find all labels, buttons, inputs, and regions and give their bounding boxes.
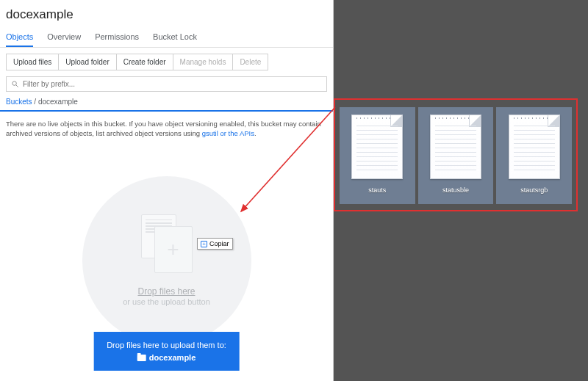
upload-files-button[interactable]: Upload files [6, 54, 59, 70]
empty-text-pre: There are no live objects in this bucket… [6, 120, 321, 137]
file-name: stautsrgb [520, 186, 548, 194]
breadcrumb-current: docexample [38, 98, 78, 106]
filter-box[interactable] [6, 76, 327, 92]
page-title: docexample [0, 0, 333, 25]
breadcrumb-root[interactable]: Buckets [6, 98, 32, 106]
storage-panel: docexample Objects Overview Permissions … [0, 0, 334, 381]
file-icon [509, 115, 560, 179]
file-name: statusble [442, 186, 469, 194]
tab-permissions[interactable]: Permissions [95, 28, 139, 47]
drop-sub: or use the upload button [123, 297, 210, 306]
desktop-file[interactable]: stautsrgb [496, 107, 572, 204]
empty-text-post: . [254, 129, 257, 137]
desktop-file[interactable]: stauts [340, 107, 415, 204]
manage-holds-button[interactable]: Manage holds [173, 54, 234, 70]
filter-input[interactable] [23, 80, 322, 88]
drop-circle: + Drop files here or use the upload butt… [82, 176, 251, 345]
copy-cursor-tooltip: + Copiar [197, 238, 233, 250]
search-icon [11, 80, 19, 88]
desktop-selection: stauts statusble stautsrgb [334, 98, 578, 211]
drop-text: Drop files here or use the upload button [123, 286, 210, 307]
create-folder-button[interactable]: Create folder [116, 54, 173, 70]
copy-cursor-label: Copiar [209, 240, 229, 247]
tab-objects[interactable]: Objects [6, 28, 33, 47]
folder-icon [137, 355, 146, 361]
svg-line-1 [16, 85, 18, 87]
delete-button[interactable]: Delete [232, 54, 268, 70]
filter-row [0, 76, 333, 98]
file-icon [351, 115, 403, 179]
breadcrumb-sep: / [32, 98, 38, 106]
tabs: Objects Overview Permissions Bucket Lock [0, 25, 333, 48]
empty-link[interactable]: gsutil or the APIs [202, 129, 254, 137]
desktop-file[interactable]: statusble [418, 107, 494, 204]
file-name: stauts [368, 186, 386, 194]
tab-overview[interactable]: Overview [47, 28, 81, 47]
breadcrumb: Buckets / docexample [0, 98, 333, 110]
drop-title[interactable]: Drop files here [137, 286, 195, 297]
svg-point-0 [12, 81, 17, 86]
upload-banner: Drop files here to upload them to: docex… [93, 332, 240, 371]
upload-folder-button[interactable]: Upload folder [58, 54, 116, 70]
banner-bucket: docexample [149, 353, 196, 362]
plus-icon: + [201, 241, 207, 247]
file-icon [430, 115, 481, 179]
toolbar: Upload files Upload folder Create folder… [0, 48, 333, 76]
banner-line1: Drop files here to upload them to: [107, 341, 226, 349]
empty-message: There are no live objects in this bucket… [0, 112, 333, 143]
desktop-area: stauts statusble stautsrgb [334, 0, 588, 381]
tab-bucket-lock[interactable]: Bucket Lock [153, 28, 197, 47]
file-drop-icon: + [141, 214, 193, 273]
